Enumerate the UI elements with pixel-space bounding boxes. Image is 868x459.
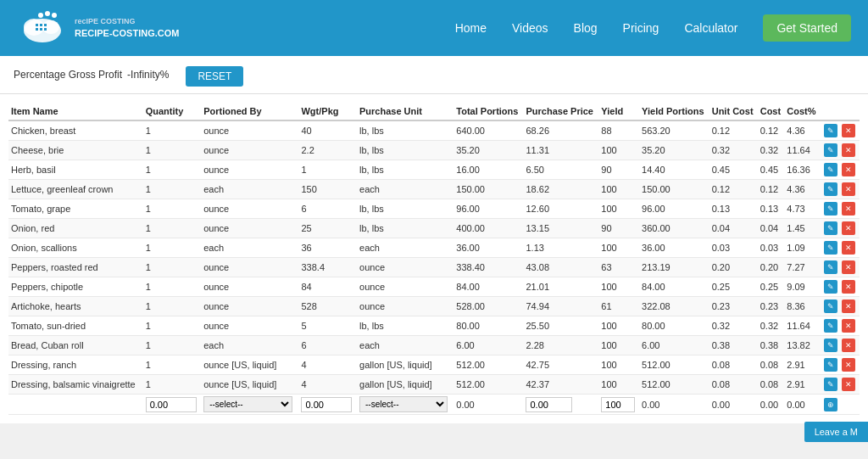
input-item-name xyxy=(8,395,143,415)
cell-total-portions: 338.40 xyxy=(453,258,523,277)
cell-yield-portions: 150.00 xyxy=(639,180,709,199)
edit-button[interactable]: ✎ xyxy=(824,182,837,196)
cell-portioned-by: ounce xyxy=(201,199,298,219)
svg-point-11 xyxy=(52,13,57,18)
input-yield[interactable] xyxy=(598,395,639,415)
qty-input[interactable] xyxy=(146,397,197,412)
delete-button[interactable]: ✕ xyxy=(842,163,855,176)
edit-button[interactable]: ✎ xyxy=(824,163,837,176)
delete-button[interactable]: ✕ xyxy=(842,182,855,196)
delete-button[interactable]: ✕ xyxy=(842,202,855,216)
delete-button[interactable]: ✕ xyxy=(842,280,855,294)
edit-button[interactable]: ✎ xyxy=(824,358,837,372)
cell-yield: 100 xyxy=(598,355,639,375)
input-wgt[interactable] xyxy=(298,395,357,415)
input-portioned[interactable]: --select--ounceeachounce [US, liquid] xyxy=(201,395,298,415)
edit-button[interactable]: ✎ xyxy=(824,299,837,313)
cell-qty: 1 xyxy=(143,355,202,375)
edit-button[interactable]: ✎ xyxy=(824,241,837,255)
input-price[interactable] xyxy=(523,395,598,415)
cell-wgt-pkg: 84 xyxy=(298,277,357,297)
cell-cost: 0.38 xyxy=(758,336,785,355)
table-row: Lettuce, greenleaf crown 1 each 150 each… xyxy=(8,180,860,199)
input-yield-portions: 0.00 xyxy=(639,395,709,415)
cell-actions: ✎ ✕ xyxy=(820,160,860,180)
edit-button[interactable]: ✎ xyxy=(824,124,837,137)
edit-button[interactable]: ✎ xyxy=(824,202,837,216)
cell-cost-pct: 11.64 xyxy=(784,141,820,160)
cell-total-portions: 36.00 xyxy=(453,238,523,258)
nav-pricing[interactable]: Pricing xyxy=(623,21,659,35)
delete-button[interactable]: ✕ xyxy=(842,299,855,313)
input-purchase[interactable]: --select--lb, lbseachouncegallon [US, li… xyxy=(357,395,453,415)
cell-cost: 0.12 xyxy=(758,120,785,141)
delete-button[interactable]: ✕ xyxy=(842,339,855,352)
cell-yield-portions: 360.00 xyxy=(639,219,709,238)
edit-button[interactable]: ✎ xyxy=(824,339,837,352)
leave-message-button[interactable]: Leave a M xyxy=(804,422,868,442)
cell-qty: 1 xyxy=(143,277,202,297)
svg-point-1 xyxy=(24,19,44,36)
cell-wgt-pkg: 4 xyxy=(298,375,357,395)
footer: Copyright 2010 - 2016 | All Rights Reser… xyxy=(0,423,868,459)
edit-button[interactable]: ✎ xyxy=(824,280,837,294)
add-row-button[interactable]: ⊕ xyxy=(824,398,837,411)
wgt-input[interactable] xyxy=(301,397,352,412)
cell-yield: 100 xyxy=(598,277,639,297)
table-row: Onion, scallions 1 each 36 each 36.00 1.… xyxy=(8,238,860,258)
delete-button[interactable]: ✕ xyxy=(842,378,855,391)
cell-wgt-pkg: 6 xyxy=(298,199,357,219)
input-qty[interactable] xyxy=(143,395,202,415)
cell-cost-pct: 4.73 xyxy=(784,199,820,219)
delete-button[interactable]: ✕ xyxy=(842,358,855,372)
logo-area: recIPE COSTING RECIPE-COSTING.COM xyxy=(17,7,179,49)
cell-wgt-pkg: 4 xyxy=(298,355,357,375)
delete-button[interactable]: ✕ xyxy=(842,221,855,235)
cell-cost-pct: 8.36 xyxy=(784,297,820,316)
purchase-select[interactable]: --select--lb, lbseachouncegallon [US, li… xyxy=(359,396,448,412)
edit-button[interactable]: ✎ xyxy=(824,378,837,391)
delete-button[interactable]: ✕ xyxy=(842,143,855,157)
yield-input[interactable] xyxy=(601,397,635,412)
cell-item-name: Artichoke, hearts xyxy=(8,297,143,316)
cell-unit-cost: 0.45 xyxy=(709,160,758,180)
cell-wgt-pkg: 2.2 xyxy=(298,141,357,160)
cell-wgt-pkg: 36 xyxy=(298,238,357,258)
cell-item-name: Onion, red xyxy=(8,219,143,238)
edit-button[interactable]: ✎ xyxy=(824,319,837,333)
cell-unit-cost: 0.04 xyxy=(709,219,758,238)
cell-wgt-pkg: 40 xyxy=(298,120,357,141)
delete-button[interactable]: ✕ xyxy=(842,260,855,274)
cell-wgt-pkg: 1 xyxy=(298,160,357,180)
col-item-name: Item Name xyxy=(8,103,143,120)
profit-info: Percentage Gross Profit -Infinity% xyxy=(14,69,169,81)
price-input[interactable] xyxy=(526,397,572,412)
cell-item-name: Onion, scallions xyxy=(8,238,143,258)
cell-cost: 0.45 xyxy=(758,160,785,180)
cell-cost-pct: 13.82 xyxy=(784,336,820,355)
cell-portioned-by: ounce xyxy=(201,297,298,316)
nav-videos[interactable]: Videos xyxy=(512,21,548,35)
delete-button[interactable]: ✕ xyxy=(842,319,855,333)
portioned-select[interactable]: --select--ounceeachounce [US, liquid] xyxy=(203,396,292,412)
cell-purchase-unit: lb, lbs xyxy=(357,141,453,160)
col-cost-pct: Cost% xyxy=(784,103,820,120)
edit-button[interactable]: ✎ xyxy=(824,221,837,235)
reset-button[interactable]: RESET xyxy=(186,66,243,87)
cell-unit-cost: 0.08 xyxy=(709,355,758,375)
cell-total-portions: 6.00 xyxy=(453,336,523,355)
table-row: Dressing, balsamic vinaigrette 1 ounce [… xyxy=(8,375,860,395)
get-started-button[interactable]: Get Started xyxy=(763,14,851,42)
nav-home[interactable]: Home xyxy=(455,21,487,35)
cell-cost-pct: 2.91 xyxy=(784,355,820,375)
delete-button[interactable]: ✕ xyxy=(842,241,855,255)
input-row: --select--ounceeachounce [US, liquid] --… xyxy=(8,395,860,415)
cell-qty: 1 xyxy=(143,219,202,238)
nav-calculator[interactable]: Calculator xyxy=(684,21,737,35)
edit-button[interactable]: ✎ xyxy=(824,143,837,157)
nav-blog[interactable]: Blog xyxy=(574,21,598,35)
cell-portioned-by: ounce xyxy=(201,120,298,141)
cell-cost-pct: 1.45 xyxy=(784,219,820,238)
edit-button[interactable]: ✎ xyxy=(824,260,837,274)
delete-button[interactable]: ✕ xyxy=(842,124,855,137)
